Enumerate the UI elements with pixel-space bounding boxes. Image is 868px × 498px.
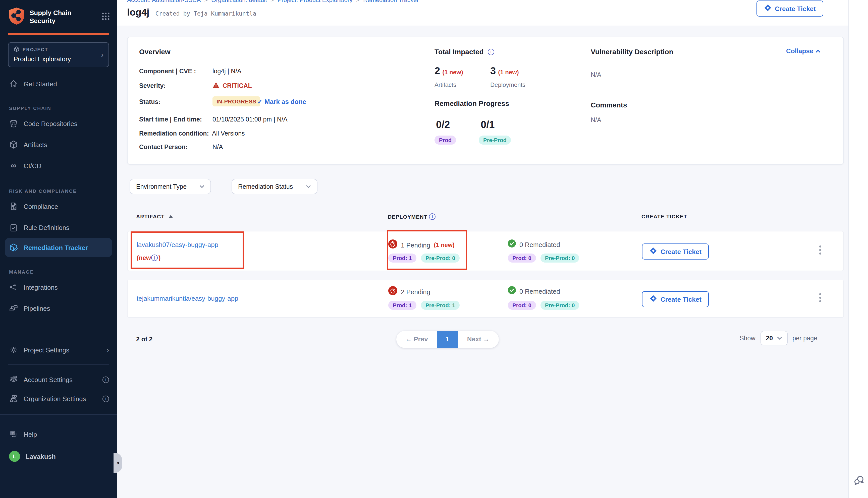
artifact-link[interactable]: lavakush07/easy-buggy-app [137,241,218,249]
avatar: L [9,451,20,462]
breadcrumb-page[interactable]: Remediation Tracker [363,0,419,3]
sidebar-item-artifacts[interactable]: Artifacts [0,136,117,153]
info-icon [103,376,109,383]
contact-value: N/A [212,144,223,150]
chevron-down-icon [199,184,205,189]
create-ticket-button-row[interactable]: Create Ticket [642,244,709,260]
prev-page-button[interactable]: ← Prev [396,331,437,348]
home-icon [9,79,18,88]
pending-icon [388,239,397,250]
sidebar-item-cicd[interactable]: ∞ CI/CD [0,157,117,174]
remediated-count: 0 Remediated [519,287,560,295]
create-ticket-button-row[interactable]: Create Ticket [642,291,709,307]
sidebar-footer: ? Help L Lavakush [0,414,117,498]
support-chat-icon[interactable] [853,474,865,488]
sidebar-item-account-settings[interactable]: Account Settings [0,371,117,388]
overview-card: Overview Component | CVE : log4j | N/A S… [127,37,844,165]
brand-divider [8,33,109,35]
chevron-up-icon [815,47,821,55]
sidebar-item-help[interactable]: ? Help [0,426,117,443]
integrations-icon [9,283,18,292]
artifact-new-flag: (new) [137,254,160,261]
column-header-artifact[interactable]: ARTIFACT [136,213,172,219]
project-name: Product Exploratory [14,55,101,63]
rem-preprod-badge: Pre-Prod: 0 [541,301,580,310]
breadcrumb-project[interactable]: Project: Product Exploratory [277,0,353,3]
pending-new-count: (1 new) [434,241,455,249]
rem-preprod-badge: Pre-Prod: 0 [541,253,580,263]
sidebar: Supply Chain Security [0,0,117,498]
contact-label: Contact Person: [139,144,187,150]
page-size-control: Show 20 per page [740,331,817,345]
sidebar-item-remediation-tracker[interactable]: Remediation Tracker [5,238,112,257]
status-badge: IN-PROGRESS [212,96,260,106]
row-menu-kebab-icon[interactable] [819,293,821,304]
sidebar-item-organization-settings[interactable]: Organization Settings [0,390,117,407]
condition-value: All Versions [212,130,245,137]
pending-icon [388,286,397,297]
remediation-status-filter[interactable]: Remediation Status [232,179,318,194]
deploy-prod-badge: Prod: 1 [388,253,416,263]
artifacts-count: 2 [435,65,440,76]
divider [399,44,399,157]
sidebar-item-rule-definitions[interactable]: Rule Definitions [0,219,117,236]
create-ticket-button-header[interactable]: Create Ticket [756,0,823,16]
info-icon[interactable] [488,49,494,55]
severity-label: Severity: [139,82,166,89]
remediated-icon [508,286,516,296]
gear-icon [9,345,18,354]
sidebar-item-pipelines[interactable]: Pipelines [0,300,117,317]
breadcrumb-org[interactable]: Organization: default [211,0,267,3]
user-name: Lavakush [26,453,56,460]
time-label: Start time | End time: [139,116,202,123]
cube-icon [9,140,18,149]
sidebar-item-code-repositories[interactable]: Code Repositories [0,115,117,132]
comments-heading: Comments [591,101,627,109]
environment-type-filter[interactable]: Environment Type [130,179,211,194]
comments-value: N/A [591,117,601,123]
next-page-button[interactable]: Next → [458,331,499,348]
table-row[interactable]: tejakummarikuntla/easy-buggy-app 2 Pendi… [127,280,844,318]
clipboard-check-icon [9,223,18,232]
component-value: log4j | N/A [212,68,241,75]
sidebar-item-project-settings[interactable]: Project Settings › [0,341,117,358]
help-chat-icon: ? [9,430,18,439]
table-row[interactable]: lavakush07/easy-buggy-app (new) 1 Pendin… [127,231,844,271]
sidebar-item-integrations[interactable]: Integrations [0,279,117,296]
ticket-diamond-icon [649,295,657,304]
column-header-deployment: DEPLOYMENT [388,213,436,220]
page-number-active[interactable]: 1 [437,331,458,348]
pagination: ← Prev 1 Next → [396,331,498,348]
page-size-select[interactable]: 20 [760,331,787,345]
deployments-new-count: (1 new) [498,69,519,76]
row-menu-kebab-icon[interactable] [819,246,821,256]
artifact-link[interactable]: tejakummarikuntla/easy-buggy-app [137,295,238,302]
project-selector[interactable]: PROJECT Product Exploratory › [8,42,109,67]
time-value: 01/10/2025 01:08 pm | N/A [212,116,287,123]
pending-count: 1 Pending [401,241,430,249]
remediation-progress-heading: Remediation Progress [435,100,509,107]
breadcrumb-account[interactable]: Account: Automation-SSCA [127,0,201,3]
sidebar-item-compliance[interactable]: Compliance [0,198,117,215]
sidebar-item-get-started[interactable]: Get Started [0,75,117,92]
remediated-icon [508,239,516,249]
mark-as-done-link[interactable]: ✓ Mark as done [257,98,306,105]
right-gutter [848,0,868,498]
info-icon[interactable] [429,213,436,220]
info-icon[interactable] [152,255,158,261]
project-label: PROJECT [23,47,48,52]
deployments-count: 3 [490,65,496,76]
project-cube-icon [14,46,20,53]
user-menu[interactable]: L Lavakush [0,448,117,465]
artifacts-new-count: (1 new) [442,69,463,76]
collapse-link[interactable]: Collapse [786,47,821,55]
total-impacted-heading: Total Impacted [435,48,484,56]
divider [574,44,574,157]
apps-grid-icon[interactable] [102,12,110,22]
sidebar-collapse-handle[interactable]: ◀ [114,453,122,473]
prod-progress: 0/2 [436,119,450,131]
artifacts-sublabel: Artifacts [435,81,456,88]
org-hierarchy-icon [9,394,18,403]
result-count: 2 of 2 [136,336,153,343]
infinity-icon: ∞ [9,161,18,170]
